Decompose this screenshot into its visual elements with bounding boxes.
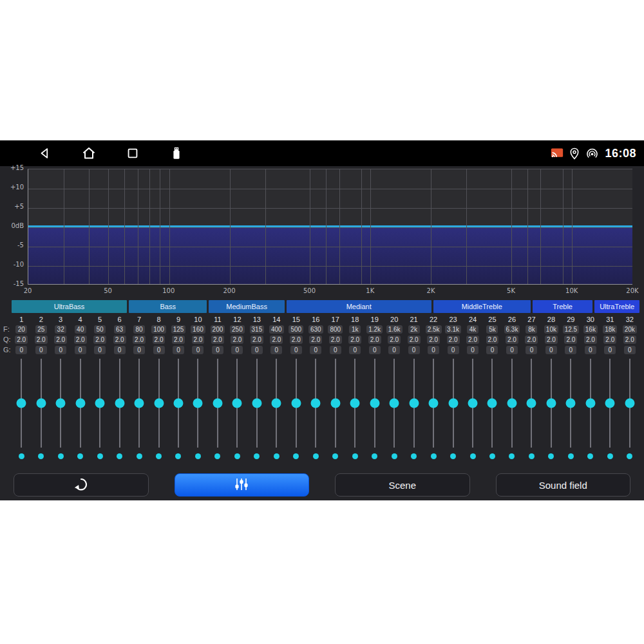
freq-chip[interactable]: 50 [94,325,106,334]
gain-chip[interactable]: 0 [545,346,557,354]
gain-chip[interactable]: 0 [448,346,459,354]
q-chip[interactable]: 2.0 [545,336,558,344]
q-chip[interactable]: 2.0 [564,336,577,344]
freq-chip[interactable]: 12.5 [563,325,579,334]
slider-handle[interactable] [252,399,261,408]
q-chip[interactable]: 2.0 [74,336,87,344]
gain-slider[interactable] [424,357,443,450]
gain-chip[interactable]: 0 [369,346,381,354]
gain-chip[interactable]: 0 [349,346,361,354]
gain-slider[interactable] [306,357,325,450]
slider-handle[interactable] [232,399,242,408]
q-chip[interactable]: 2.0 [388,336,401,344]
gain-chip[interactable]: 0 [35,346,47,354]
gain-slider[interactable] [326,357,345,450]
gain-chip[interactable]: 0 [565,346,576,354]
freq-chip[interactable]: 100 [151,325,166,334]
slider-handle[interactable] [272,399,281,408]
freq-chip[interactable]: 20 [15,325,27,334]
home-icon[interactable] [81,146,97,161]
slider-handle[interactable] [527,399,536,408]
slider-handle[interactable] [36,399,46,408]
gain-slider[interactable] [287,357,306,450]
gain-slider[interactable] [129,357,149,450]
q-chip[interactable]: 2.0 [329,336,342,344]
gain-slider[interactable] [227,357,247,450]
q-chip[interactable]: 2.0 [348,336,361,344]
gain-slider[interactable] [502,357,522,450]
gain-chip[interactable]: 0 [388,346,400,354]
freq-chip[interactable]: 8k [526,325,537,334]
usb-icon[interactable] [169,146,184,161]
equalizer-button[interactable] [175,473,310,497]
slider-handle[interactable] [585,399,595,408]
gain-chip[interactable]: 0 [133,346,145,354]
gain-slider[interactable] [169,357,188,450]
gain-slider[interactable] [149,357,168,450]
freq-chip[interactable]: 250 [230,325,245,334]
gain-chip[interactable]: 0 [408,346,420,354]
freq-chip[interactable]: 40 [75,325,86,334]
gain-chip[interactable]: 0 [506,346,518,354]
slider-handle[interactable] [507,399,516,408]
gain-slider[interactable] [109,357,129,450]
q-chip[interactable]: 2.0 [408,336,421,344]
slider-handle[interactable] [448,399,458,408]
q-chip[interactable]: 2.0 [466,336,479,344]
freq-chip[interactable]: 2k [408,325,420,334]
freq-chip[interactable]: 160 [191,325,205,334]
gain-chip[interactable]: 0 [330,346,341,354]
slider-handle[interactable] [17,399,26,408]
gain-slider[interactable] [561,357,580,450]
slider-handle[interactable] [115,399,124,408]
freq-chip[interactable]: 18k [603,325,617,334]
q-chip[interactable]: 2.0 [251,336,263,344]
gain-slider[interactable] [345,357,365,450]
freq-chip[interactable]: 1.2k [366,325,383,334]
slider-handle[interactable] [468,399,478,408]
freq-chip[interactable]: 2.5k [426,325,442,334]
q-chip[interactable]: 2.0 [623,336,636,344]
freq-chip[interactable]: 6.3k [504,325,520,334]
freq-chip[interactable]: 630 [308,325,323,334]
slider-handle[interactable] [546,399,556,408]
gain-slider[interactable] [267,357,286,450]
slider-handle[interactable] [56,399,66,408]
freq-chip[interactable]: 1.6k [386,325,402,334]
q-chip[interactable]: 2.0 [427,336,440,344]
slider-handle[interactable] [135,399,144,408]
gain-chip[interactable]: 0 [231,346,243,354]
gain-chip[interactable]: 0 [624,346,636,354]
freq-chip[interactable]: 800 [328,325,343,334]
slider-handle[interactable] [566,399,576,408]
reset-button[interactable] [14,473,149,497]
freq-chip[interactable]: 10k [544,325,558,334]
q-chip[interactable]: 2.0 [113,336,126,344]
gain-slider[interactable] [70,357,90,450]
slider-handle[interactable] [193,399,203,408]
slider-handle[interactable] [75,399,85,408]
q-chip[interactable]: 2.0 [525,336,538,344]
q-chip[interactable]: 2.0 [486,336,499,344]
gain-slider[interactable] [365,357,384,450]
gain-chip[interactable]: 0 [114,346,126,354]
q-chip[interactable]: 2.0 [368,336,381,344]
gain-slider[interactable] [31,357,50,450]
gain-chip[interactable]: 0 [192,346,204,354]
freq-chip[interactable]: 63 [114,325,126,334]
q-chip[interactable]: 2.0 [231,336,243,344]
recents-icon[interactable] [125,146,140,161]
freq-chip[interactable]: 32 [55,325,66,334]
gain-slider[interactable] [581,357,600,450]
gain-slider[interactable] [404,357,423,450]
slider-handle[interactable] [213,399,222,408]
slider-handle[interactable] [625,399,634,408]
gain-chip[interactable]: 0 [212,346,223,354]
gain-chip[interactable]: 0 [467,346,478,354]
gain-chip[interactable]: 0 [526,346,537,354]
q-chip[interactable]: 2.0 [506,336,518,344]
gain-slider[interactable] [620,357,639,450]
q-chip[interactable]: 2.0 [93,336,106,344]
scene-button[interactable]: Scene [335,473,470,497]
q-chip[interactable]: 2.0 [35,336,48,344]
